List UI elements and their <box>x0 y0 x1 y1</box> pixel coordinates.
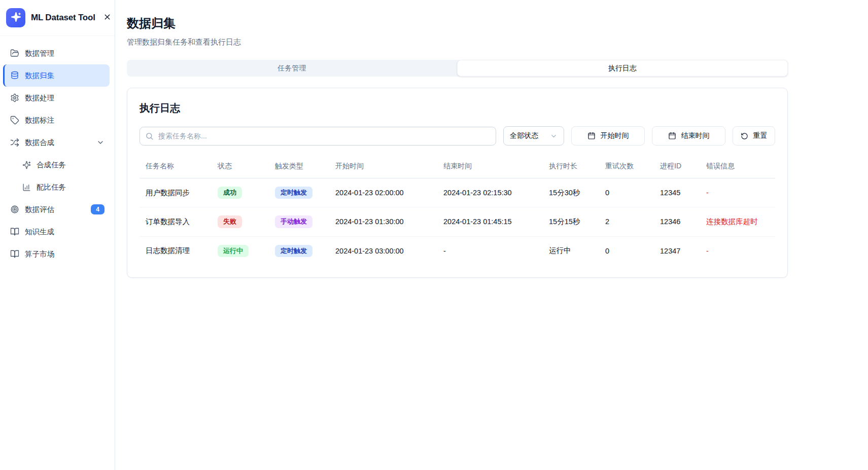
reset-label: 重置 <box>753 131 768 140</box>
sidebar-item-label: 合成任务 <box>37 160 66 170</box>
sparkles-icon <box>11 12 21 24</box>
app-window: ML Dataset Tool 数据管理 数据归集 <box>0 0 868 470</box>
sidebar-item-label: 知识生成 <box>25 227 54 237</box>
shuffle-icon <box>10 138 19 147</box>
book-icon <box>10 249 19 259</box>
col-duration: 执行时长 <box>543 158 599 178</box>
trigger-badge: 手动触发 <box>275 215 313 228</box>
col-start-time: 开始时间 <box>329 158 437 178</box>
cell-error: - <box>700 236 775 265</box>
cell-end-time: 2024-01-23 02:15:30 <box>437 178 543 207</box>
gear-icon <box>10 93 19 102</box>
col-status: 状态 <box>212 158 269 178</box>
panel-title: 执行日志 <box>140 101 775 115</box>
end-time-label: 结束时间 <box>681 131 710 140</box>
search-box <box>140 127 496 146</box>
search-input[interactable] <box>140 127 496 146</box>
sidebar-item-data-collection[interactable]: 数据归集 <box>3 64 110 87</box>
target-icon <box>10 205 19 214</box>
calendar-icon <box>587 132 596 140</box>
cell-trigger: 手动触发 <box>269 207 329 236</box>
cell-duration: 15分15秒 <box>543 207 599 236</box>
page-title: 数据归集 <box>127 15 788 31</box>
tab-execution-logs[interactable]: 执行日志 <box>457 60 788 77</box>
cell-error: - <box>700 178 775 207</box>
sidebar-item-label: 数据合成 <box>25 138 54 148</box>
tab-bar: 任务管理 执行日志 <box>127 60 788 77</box>
sidebar-nav: 数据管理 数据归集 数据处理 数据标注 <box>0 36 115 265</box>
table-header-row: 任务名称 状态 触发类型 开始时间 结束时间 执行时长 重试次数 进程ID 错误… <box>140 158 775 178</box>
cell-trigger: 定时触发 <box>269 178 329 207</box>
reset-button[interactable]: 重置 <box>733 126 775 146</box>
app-logo <box>6 8 25 27</box>
cell-end-time: - <box>437 236 543 265</box>
sidebar-item-label: 数据评估 <box>25 205 54 214</box>
sidebar-item-data-evaluation[interactable]: 数据评估 4 <box>3 198 110 221</box>
sidebar-header: ML Dataset Tool <box>0 0 115 36</box>
sidebar-item-operator-market[interactable]: 算子市场 <box>3 243 110 265</box>
cell-retries: 0 <box>599 178 654 207</box>
sidebar-item-ratio-task[interactable]: 配比任务 <box>3 176 110 198</box>
tab-task-management[interactable]: 任务管理 <box>127 60 457 77</box>
reset-icon <box>741 132 748 140</box>
database-icon <box>10 71 19 80</box>
cell-duration: 运行中 <box>543 236 599 265</box>
col-retries: 重试次数 <box>599 158 654 178</box>
chevron-down-icon <box>96 138 105 147</box>
sidebar: ML Dataset Tool 数据管理 数据归集 <box>0 0 115 470</box>
cell-task-name: 用户数据同步 <box>140 178 212 207</box>
table-row: 用户数据同步 成功 定时触发 2024-01-23 02:00:00 2024-… <box>140 178 775 207</box>
sidebar-item-label: 数据处理 <box>25 93 54 103</box>
cell-pid: 12345 <box>654 178 700 207</box>
start-time-button[interactable]: 开始时间 <box>571 126 645 146</box>
col-end-time: 结束时间 <box>437 158 543 178</box>
cell-pid: 12346 <box>654 207 700 236</box>
status-filter-select[interactable]: 全部状态 <box>503 126 564 146</box>
table-row: 日志数据清理 运行中 定时触发 2024-01-23 03:00:00 - 运行… <box>140 236 775 265</box>
sidebar-item-label: 数据标注 <box>25 116 54 125</box>
cell-status: 成功 <box>212 178 269 207</box>
cell-retries: 0 <box>599 236 654 265</box>
sidebar-item-data-processing[interactable]: 数据处理 <box>3 87 110 109</box>
calendar-icon <box>668 132 676 140</box>
execution-logs-table: 任务名称 状态 触发类型 开始时间 结束时间 执行时长 重试次数 进程ID 错误… <box>140 158 775 265</box>
cell-end-time: 2024-01-23 01:45:15 <box>437 207 543 236</box>
sidebar-item-data-labeling[interactable]: 数据标注 <box>3 109 110 131</box>
cell-task-name: 日志数据清理 <box>140 236 212 265</box>
evaluation-count-badge: 4 <box>91 204 105 214</box>
sidebar-item-synthesis-task[interactable]: 合成任务 <box>3 154 110 176</box>
sidebar-item-knowledge-generation[interactable]: 知识生成 <box>3 221 110 243</box>
sidebar-item-label: 数据归集 <box>25 71 54 81</box>
cell-trigger: 定时触发 <box>269 236 329 265</box>
col-task-name: 任务名称 <box>140 158 212 178</box>
sidebar-item-label: 配比任务 <box>37 183 66 192</box>
sidebar-item-label: 数据管理 <box>25 49 54 58</box>
filter-toolbar: 全部状态 开始时间 <box>140 126 775 146</box>
folder-icon <box>10 49 19 58</box>
cell-start-time: 2024-01-23 01:30:00 <box>329 207 437 236</box>
table-row: 订单数据导入 失败 手动触发 2024-01-23 01:30:00 2024-… <box>140 207 775 236</box>
close-icon <box>103 13 112 23</box>
sidebar-item-data-synthesis[interactable]: 数据合成 <box>3 131 110 154</box>
cell-status: 失败 <box>212 207 269 236</box>
main-area: 数据归集 管理数据归集任务和查看执行日志 任务管理 执行日志 执行日志 全 <box>115 0 868 470</box>
status-filter-value: 全部状态 <box>510 131 538 140</box>
col-error: 错误信息 <box>700 158 775 178</box>
end-time-button[interactable]: 结束时间 <box>652 126 725 146</box>
close-sidebar-button[interactable] <box>101 11 114 25</box>
tag-icon <box>10 116 19 125</box>
bar-chart-icon <box>22 183 31 192</box>
cell-start-time: 2024-01-23 02:00:00 <box>329 178 437 207</box>
execution-logs-panel: 执行日志 全部状态 <box>127 88 788 278</box>
status-badge: 成功 <box>218 187 242 199</box>
start-time-label: 开始时间 <box>601 131 629 140</box>
sidebar-item-data-management[interactable]: 数据管理 <box>3 42 110 64</box>
chevron-down-icon <box>550 132 558 140</box>
cell-start-time: 2024-01-23 03:00:00 <box>329 236 437 265</box>
sparkles-icon <box>22 161 31 169</box>
page-subtitle: 管理数据归集任务和查看执行日志 <box>127 38 788 47</box>
app-title: ML Dataset Tool <box>31 13 95 23</box>
book-icon <box>10 227 19 236</box>
cell-retries: 2 <box>599 207 654 236</box>
sidebar-item-label: 算子市场 <box>25 249 54 259</box>
